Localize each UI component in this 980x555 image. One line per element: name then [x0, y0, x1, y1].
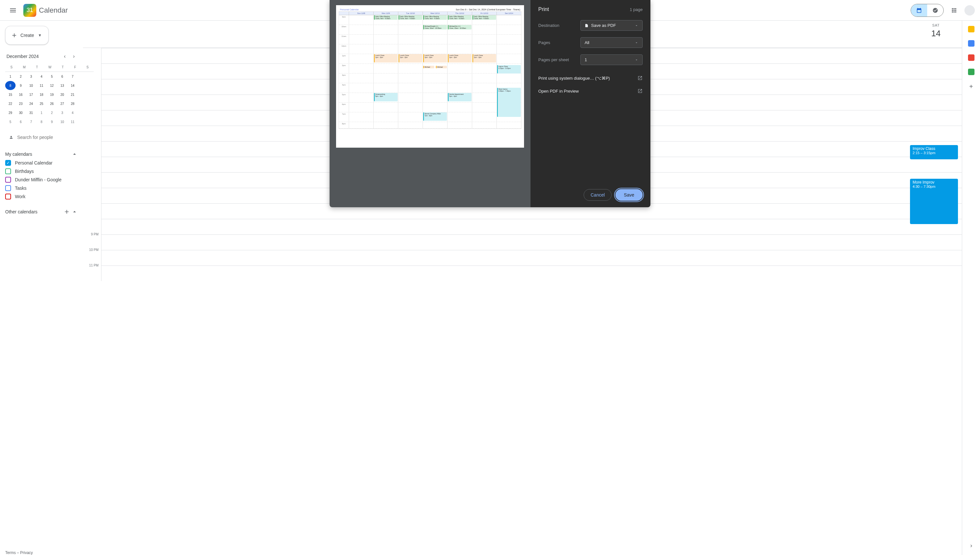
pages-per-sheet-label: Pages per sheet	[538, 57, 581, 62]
preview-hour-label: 12pm	[339, 44, 349, 54]
pages-value: All	[585, 40, 589, 45]
preview-event: Michael	[436, 66, 447, 68]
chevron-down-icon	[634, 24, 639, 27]
print-dialog: Personal Calendar Sun Dec 8 – Sat Dec 14…	[330, 0, 650, 207]
preview-event: Michael	[423, 66, 434, 68]
preview-hour-label: 11am	[339, 35, 349, 44]
preview-calendar-title: Personal Calendar	[340, 8, 359, 11]
open-pdf-preview-label: Open PDF in Preview	[538, 89, 579, 93]
preview-event: Lunch Clone1pm - 2pm	[423, 54, 447, 63]
preview-event: Daily Office MeetingClone, 9am - 9:30am	[374, 15, 397, 20]
print-page-count: 1 page	[630, 7, 643, 12]
system-dialog-link[interactable]: Print using system dialogue… (⌥⌘P)	[538, 72, 643, 85]
open-pdf-preview-link[interactable]: Open PDF in Preview	[538, 85, 643, 98]
save-button[interactable]: Save	[615, 189, 643, 201]
preview-hour-label: 9am	[339, 15, 349, 25]
preview-hour-label: 8pm	[339, 122, 349, 128]
preview-event: Lunch Clone1pm - 2pm	[399, 54, 422, 63]
destination-select[interactable]: Save as PDF	[581, 20, 643, 31]
chevron-down-icon	[634, 41, 639, 45]
preview-event: Michael/Dwight 1:1Clone, 10am - 10:30am	[423, 25, 447, 29]
preview-day-header: Thu 12/12	[447, 12, 472, 15]
preview-event: Daily Office MeetingClone, 9am - 9:30am	[399, 15, 422, 20]
chevron-down-icon	[634, 58, 639, 62]
preview-event: Lunch Clone1pm - 2pm	[448, 54, 471, 63]
external-link-icon	[637, 88, 643, 93]
preview-event: Improv Class2:15pm - 3:15pm	[497, 65, 521, 74]
preview-day-header: Mon 12/9	[373, 12, 398, 15]
external-link-icon	[637, 75, 643, 81]
print-dialog-overlay: Personal Calendar Sun Dec 8 – Sat Dec 14…	[0, 0, 980, 555]
preview-hour-label: 3pm	[339, 74, 349, 83]
pages-per-sheet-value: 1	[585, 57, 587, 62]
print-settings-panel: Print 1 page Destination Save as PDF Pag…	[531, 0, 650, 207]
print-dialog-title: Print	[538, 6, 549, 12]
preview-day-header: Wed 12/11	[423, 12, 447, 15]
preview-hour-label: 6pm	[339, 103, 349, 112]
system-dialog-label: Print using system dialogue… (⌥⌘P)	[538, 76, 610, 81]
preview-page: Personal Calendar Sun Dec 8 – Sat Dec 14…	[336, 5, 524, 148]
preview-hour-label: 2pm	[339, 64, 349, 73]
preview-hour-label: 10am	[339, 25, 349, 34]
destination-value: Save as PDF	[591, 23, 616, 28]
preview-date-range: Sun Dec 8 – Sat Dec 14, 2024 (Central Eu…	[455, 8, 520, 11]
pdf-icon	[585, 24, 589, 27]
pages-select[interactable]: All	[581, 37, 643, 48]
preview-day-header: Tue 12/10	[398, 12, 423, 15]
preview-hour-label: 4pm	[339, 83, 349, 93]
preview-day-header: Sun 12/8	[349, 12, 373, 15]
preview-event: Lunch Clone1pm - 2pm	[473, 54, 496, 63]
preview-event: Michael/Jim 1:1Clone, 10am - 10:30am	[448, 25, 471, 29]
preview-event: Daily Office MeetingClone, 9am - 9:30am	[448, 15, 471, 20]
preview-event: Daily Office MeetingClone, 9am - 9:30am	[423, 15, 447, 20]
cancel-button[interactable]: Cancel	[584, 189, 611, 201]
preview-hour-label: 1pm	[339, 54, 349, 63]
preview-hour-label: 7pm	[339, 112, 349, 122]
preview-event: Lunch Clone1pm - 2pm	[374, 54, 397, 63]
preview-event: Daily Office MeetingClone, 9am - 9:30am	[473, 15, 496, 20]
pages-per-sheet-select[interactable]: 1	[581, 55, 643, 65]
preview-event: Screenwriting5pm - 6pm	[374, 93, 397, 101]
preview-hour-label: 5pm	[339, 93, 349, 102]
preview-event: Secret Company Wide7pm - 8pm	[423, 112, 447, 121]
pages-label: Pages	[538, 40, 581, 45]
print-preview-pane: Personal Calendar Sun Dec 8 – Sat Dec 14…	[330, 0, 531, 207]
preview-event: Dentist Appointment5pm - 6pm	[448, 93, 471, 101]
preview-day-header: Fri 12/13	[472, 12, 496, 15]
destination-label: Destination	[538, 23, 581, 28]
preview-day-header: Sat 12/14	[496, 12, 521, 15]
